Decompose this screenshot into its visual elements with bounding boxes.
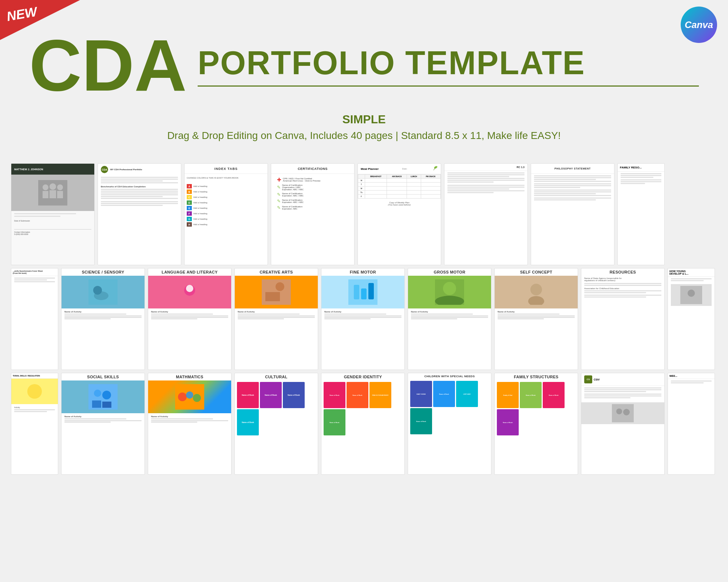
resources-line-2: Association for Childhood Education [584, 287, 661, 290]
svg-point-26 [530, 284, 542, 295]
summary-text-lines: Benchmarks of CDA Education Completion [98, 175, 181, 208]
csiv-image [612, 404, 634, 422]
index-label-d: Add a heading [193, 202, 207, 204]
preview-card-fine-motor: FINE MOTOR Name of Activity [321, 268, 405, 370]
svg-point-33 [94, 390, 101, 397]
svg-point-24 [443, 282, 456, 295]
index-bar-e: E Add a heading [185, 206, 268, 210]
cert-text-5: Name of CertificationExpiration: ABC [282, 206, 302, 210]
preview-card-science-sensory: SCIENCE / SENSORY Name of Activity [61, 268, 145, 370]
preview-card-meal: Meal Planner Date: BREAKFAST AM SNACK LU… [357, 163, 441, 265]
family-structures-book-3: Name of Book [543, 382, 565, 408]
children-special-book-3: JUST ASK! [456, 381, 478, 407]
svg-point-11 [93, 286, 102, 295]
index-letter-h: H [187, 222, 192, 227]
resources-content: Name of State Agency (responsible forreg… [581, 276, 664, 300]
resources-title: RESOURCES [581, 268, 664, 276]
preview-card-philosophy: PHILOSOPHY STATEMENT [531, 163, 614, 265]
svg-point-29 [688, 290, 695, 297]
how-young-title: HOW YOUNGDEVELOP & L... [668, 268, 715, 277]
subtitle-section: SIMPLE Drag & Drop Editing on Canva, Inc… [29, 113, 699, 141]
meal-cell-24 [421, 183, 440, 187]
index-bar-g: G Add a heading [185, 217, 268, 221]
wee-title: WEE... [668, 373, 715, 379]
preview-card-index: INDEX TABS CHANGE COLORS & THIS IS EASY!… [184, 163, 268, 265]
gross-motor-photo [408, 276, 491, 308]
social-skills-activity-label: Name of Activity [64, 415, 142, 418]
tional-skills-image [24, 380, 46, 402]
meal-footnote: Copy of Weekly Plan(You have used before… [358, 202, 441, 206]
preview-row-3: TIONAL SKILLS / REGULATION Activity SOCI… [7, 373, 721, 475]
meal-col-am-snack: AM SNACK [387, 175, 407, 179]
language-title: LANGUAGE AND LITERACY [148, 268, 231, 276]
meal-date: Date: [402, 168, 407, 170]
how-young-content [668, 277, 715, 307]
cert-row-3: ✎ Name of CertificationExpiration: ABC /… [274, 192, 351, 197]
meal-leaf-icon [431, 165, 438, 172]
index-label-a: Add a heading [193, 185, 207, 187]
science-content: Name of Activity [62, 308, 145, 323]
gender-book-4: Name of Book [324, 409, 345, 435]
index-bar-a: A Add a heading [185, 184, 268, 188]
family-structures-title: FAMILY STRUCTURES [495, 373, 578, 380]
simple-label: SIMPLE [29, 113, 699, 126]
fine-motor-activity-label: Name of Activity [324, 311, 401, 313]
preview-card-cultural: CULTURAL Name of Book Name of Book Name … [234, 373, 318, 475]
cultural-book-4: Name of Book [237, 409, 259, 435]
cert-header: CERTIFICATIONS [271, 164, 354, 174]
preview-card-social-skills: SOCIAL SKILLS Name of Activity [61, 373, 145, 475]
resources-line-1: Name of State Agency (responsible forreg… [584, 277, 661, 282]
svg-rect-35 [92, 400, 101, 408]
family-q-content [11, 276, 58, 284]
index-letter-d: D [187, 200, 192, 205]
cert-content: ✚ CPR / AED / First Aid CertifiedAmerica… [271, 174, 354, 215]
index-bar-c: C Add a heading [185, 195, 268, 199]
svg-point-3 [50, 183, 56, 190]
svg-rect-36 [102, 402, 111, 408]
cover-contact: Contact Information0-(000) 000-0000 [14, 229, 91, 235]
meal-cell-11 [365, 179, 387, 183]
science-activity-label: Name of Activity [64, 311, 142, 313]
cultural-book-2: Name of Book [260, 382, 282, 408]
index-label-b: Add a heading [193, 191, 207, 193]
summary-cda-logo: CDA [102, 168, 107, 171]
family-structures-books: Daddy & Dad Name of Book Name of Book Na… [495, 380, 578, 437]
meal-cell-52 [387, 195, 407, 199]
preview-card-gross-motor: GROSS MOTOR Name of Activity [408, 268, 491, 370]
portfolio-template-title: PORTFOLIO TEMPLATE [198, 44, 699, 87]
index-bar-h: H Add a heading [185, 222, 268, 227]
meal-cell-41 [365, 191, 387, 195]
preview-row-2: ...amily Questionnaire Cover Sheet(From … [7, 268, 721, 370]
meal-cell-54 [421, 195, 440, 199]
summary-section-title: Benchmarks of CDA Education Completion [101, 186, 178, 188]
index-header: INDEX TABS [185, 164, 268, 174]
mathmatics-activity-label: Name of Activity [151, 415, 228, 418]
svg-point-39 [186, 391, 193, 399]
tional-skills-title: TIONAL SKILLS / REGULATION [11, 373, 58, 379]
csiv-content [581, 386, 664, 401]
meal-title: Meal Planner [361, 167, 379, 171]
cert-title: CERTIFICATIONS [298, 167, 328, 171]
meal-col-breakfast: BREAKFAST [365, 175, 387, 179]
meal-row-3: W [358, 187, 441, 191]
meal-row-4: Th [358, 191, 441, 195]
mathmatics-content: Name of Activity [148, 413, 231, 426]
children-special-book-1: BABY SIGNS [410, 381, 432, 407]
meal-table: BREAKFAST AM SNACK LUNCH PM SNACK M T W … [358, 174, 441, 199]
svg-rect-4 [50, 190, 56, 198]
preview-card-language-literacy: LANGUAGE AND LITERACY Name of Activity [148, 268, 232, 370]
meal-cell-31 [365, 187, 387, 191]
family-structures-book-2: Name of Book [520, 382, 542, 408]
meal-cell-23 [407, 183, 421, 187]
meal-cell-44 [421, 191, 440, 195]
index-instruction: CHANGE COLORS & THIS IS EASY! YOURS BOOK [185, 174, 268, 182]
preview-card-family-questionnaire: ...amily Questionnaire Cover Sheet(From … [11, 268, 58, 370]
meal-day-2: T [358, 183, 365, 187]
index-label-f: Add a heading [193, 212, 207, 215]
meal-cell-12 [387, 179, 407, 183]
preview-card-children-special-needs: CHILDREN WITH SPECIAL NEEDS BABY SIGNS N… [408, 373, 491, 475]
preview-card-rc: RC 1.3 [444, 163, 528, 265]
meal-day-1: M [358, 179, 365, 183]
gender-title: GENDER IDENTITY [321, 373, 404, 380]
tional-skills-photo [11, 379, 58, 404]
